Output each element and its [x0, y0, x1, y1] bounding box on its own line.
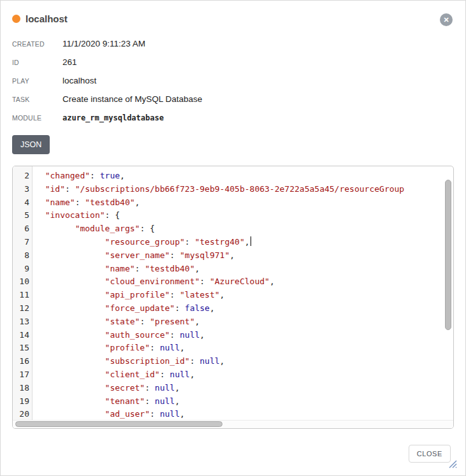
resize-grip-icon[interactable]: [448, 459, 457, 468]
code-text: "resource_group": "testrg40",: [33, 236, 251, 249]
line-number: 17: [13, 368, 33, 382]
line-number: 12: [13, 302, 33, 315]
field-value: 11/1/2020 9:11:23 AM: [62, 39, 145, 48]
code-text: "changed": true,: [33, 169, 125, 183]
code-line: 9 "name": "testdb40",: [13, 263, 444, 276]
code-text: "state": "present",: [33, 315, 200, 329]
code-line: 8 "server_name": "mysql971",: [13, 249, 444, 263]
line-number: 14: [13, 329, 33, 342]
code-text: "subscription_id": null,: [33, 355, 224, 368]
code-text: "secret": null,: [33, 382, 180, 395]
code-line: 19 "tenant": null,: [13, 395, 444, 408]
code-line: 16 "subscription_id": null,: [13, 355, 444, 368]
line-number: 11: [13, 289, 33, 302]
field-row: CREATED11/1/2020 9:11:23 AM: [12, 34, 454, 53]
code-line: 10 "cloud_environment": "AzureCloud",: [13, 275, 444, 289]
line-number: 4: [13, 196, 33, 210]
line-number: 3: [13, 183, 33, 196]
code-text: "name": "testdb40",: [33, 263, 200, 276]
field-value: azure_rm_mysqldatabase: [62, 113, 164, 122]
code-line: 11 "api_profile": "latest",: [13, 289, 444, 302]
field-value: 261: [62, 57, 77, 67]
code-text: "tenant": null,: [33, 395, 180, 408]
code-line: 12 "force_update": false,: [13, 302, 444, 315]
code-text: "name": "testdb40",: [33, 196, 140, 210]
close-icon[interactable]: ✕: [440, 13, 453, 26]
close-button[interactable]: CLOSE: [409, 445, 451, 463]
code-line: 14 "auth_source": null,: [13, 329, 444, 342]
field-row: PLAYlocalhost: [12, 71, 454, 90]
modal-header: localhost ✕: [12, 1, 454, 24]
code-line: 13 "state": "present",: [13, 315, 444, 329]
code-text: "auth_source": null,: [33, 329, 205, 342]
field-value: localhost: [62, 76, 96, 85]
code-text: "server_name": "mysql971",: [33, 249, 235, 263]
line-number: 18: [13, 382, 33, 395]
code-text: "profile": null,: [33, 342, 185, 355]
code-lines: 2 "changed": true,3 "id": "/subscription…: [13, 166, 444, 421]
field-label: MODULE: [12, 114, 62, 122]
field-row: MODULEazure_rm_mysqldatabase: [12, 108, 454, 127]
modal-title: localhost: [25, 13, 68, 24]
field-label: CREATED: [12, 40, 62, 48]
json-code-editor[interactable]: 2 "changed": true,3 "id": "/subscription…: [12, 166, 454, 429]
field-label: ID: [12, 59, 62, 66]
vertical-scrollbar[interactable]: [445, 180, 451, 330]
code-text: "cloud_environment": "AzureCloud",: [33, 275, 275, 289]
line-number: 9: [13, 263, 33, 276]
code-text: "invocation": {: [33, 209, 120, 222]
code-line: 3 "id": "/subscriptions/bb66f723-9eb9-40…: [13, 183, 444, 196]
field-label: PLAY: [12, 77, 62, 85]
horizontal-scrollbar-track: [13, 420, 453, 428]
line-number: 8: [13, 249, 33, 263]
view-toggle-row: JSON: [12, 135, 454, 154]
x-glyph: ✕: [443, 16, 449, 24]
line-number: 15: [13, 342, 33, 355]
field-value: Create instance of MySQL Database: [62, 94, 202, 104]
code-line: 15 "profile": null,: [13, 342, 444, 355]
host-event-modal: localhost ✕ CREATED11/1/2020 9:11:23 AMI…: [0, 0, 466, 476]
field-row: TASKCreate instance of MySQL Database: [12, 90, 454, 108]
code-line: 5 "invocation": {: [13, 209, 444, 222]
line-number: 10: [13, 275, 33, 289]
line-number: 13: [13, 315, 33, 329]
line-number: 2: [13, 169, 33, 183]
detail-fields: CREATED11/1/2020 9:11:23 AMID261PLAYloca…: [12, 34, 454, 127]
code-line: 18 "secret": null,: [13, 382, 444, 395]
line-number: 16: [13, 355, 33, 368]
line-number: 19: [13, 395, 33, 408]
code-line: 17 "client_id": null,: [13, 368, 444, 382]
json-toggle-button[interactable]: JSON: [12, 135, 50, 154]
code-line: 2 "changed": true,: [13, 169, 444, 183]
code-text: "id": "/subscriptions/bb66f723-9eb9-405b…: [33, 183, 404, 196]
code-text: "api_profile": "latest",: [33, 289, 224, 302]
line-number: 5: [13, 209, 33, 222]
code-line: 4 "name": "testdb40",: [13, 196, 444, 210]
text-cursor: [251, 236, 251, 246]
field-row: ID261: [12, 53, 454, 71]
line-number: 6: [13, 222, 33, 236]
host-status-changed-icon: [12, 15, 20, 23]
code-line: 7 "resource_group": "testrg40",: [13, 236, 444, 249]
field-label: TASK: [12, 96, 62, 103]
code-text: "module_args": {: [33, 222, 155, 236]
line-number: 7: [13, 236, 33, 249]
horizontal-scrollbar[interactable]: [15, 421, 222, 427]
code-line: 6 "module_args": {: [13, 222, 444, 236]
code-text: "force_update": false,: [33, 302, 215, 315]
code-text: "client_id": null,: [33, 368, 194, 382]
